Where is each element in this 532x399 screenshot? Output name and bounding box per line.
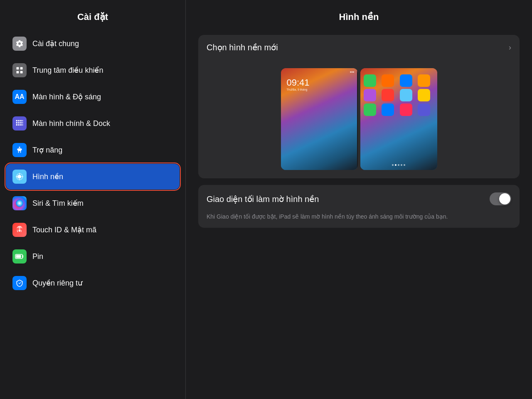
lock-screen-preview: 09:41 Thứ Ba, 9 tháng ●●● <box>281 68 358 170</box>
svg-rect-14 <box>20 124 22 126</box>
sidebar-item-accessibility-label: Trợ năng <box>32 145 62 155</box>
sidebar-item-general-label: Cài đặt chung <box>32 39 79 48</box>
app-container: Cài đặt Cài đặt chung <box>0 0 532 399</box>
sidebar-item-general[interactable]: Cài đặt chung <box>6 31 180 57</box>
sidebar-item-homescreen[interactable]: Màn hình chính & Dock <box>6 111 180 136</box>
sidebar-item-siri-label: Siri & Tìm kiếm <box>32 199 84 208</box>
dot-5 <box>404 164 405 166</box>
sidebar-item-privacy-label: Quyền riêng tư <box>32 278 82 288</box>
app-icon-11 <box>400 103 412 116</box>
dot-3 <box>398 164 399 166</box>
wallpaper-screens: 09:41 Thứ Ba, 9 tháng ●●● <box>281 68 437 170</box>
choose-wallpaper-row[interactable]: Chọn hình nền mới › <box>198 35 520 60</box>
app-icon-1 <box>364 74 376 87</box>
app-icon-2 <box>382 74 394 87</box>
dark-mode-toggle[interactable] <box>490 192 511 205</box>
dark-mode-label: Giao diện tối làm mờ hình nền <box>207 194 319 204</box>
gear-icon <box>12 37 27 51</box>
chevron-right-icon: › <box>509 43 511 52</box>
touchid-icon <box>12 223 27 237</box>
sidebar: Cài đặt Cài đặt chung <box>0 0 186 399</box>
accessibility-icon <box>12 143 27 157</box>
dot-4 <box>401 164 402 166</box>
svg-rect-7 <box>22 120 23 121</box>
wallpaper-preview: 09:41 Thứ Ba, 9 tháng ●●● <box>198 60 520 178</box>
lock-time: 09:41 <box>287 77 310 88</box>
sidebar-item-control-center[interactable]: Trung tâm điều khiển <box>6 57 180 83</box>
toggle-knob <box>499 193 510 204</box>
svg-point-16 <box>19 147 20 148</box>
svg-rect-10 <box>20 122 22 123</box>
app-icon-9 <box>364 103 376 116</box>
sidebar-item-battery[interactable]: Pin <box>6 244 180 269</box>
choose-wallpaper-card: Chọn hình nền mới › 09:41 Thứ Ba, 9 thán… <box>198 35 520 178</box>
sidebar-item-accessibility[interactable]: Trợ năng <box>6 137 180 163</box>
sidebar-list: Cài đặt chung Trung tâm điều khiển AA <box>0 31 185 399</box>
sidebar-item-homescreen-label: Màn hình chính & Dock <box>32 119 110 128</box>
main-content: Hình nền Chọn hình nền mới › 09:41 <box>186 0 532 399</box>
svg-rect-3 <box>20 71 23 74</box>
svg-rect-5 <box>18 120 20 121</box>
sidebar-item-privacy[interactable]: Quyền riêng tư <box>6 270 180 296</box>
home-screen-dots <box>360 164 437 166</box>
svg-rect-9 <box>18 122 20 123</box>
sidebar-item-touchid[interactable]: Touch ID & Mật mã <box>6 217 180 243</box>
dark-mode-card: Giao diện tối làm mờ hình nền Khi Giao d… <box>198 185 520 228</box>
display-icon: AA <box>12 90 27 104</box>
control-center-icon <box>12 63 27 77</box>
dot-1 <box>392 164 394 166</box>
sidebar-item-touchid-label: Touch ID & Mật mã <box>32 225 96 234</box>
home-screen-preview <box>360 68 437 170</box>
privacy-icon <box>12 276 27 290</box>
svg-rect-2 <box>17 71 19 74</box>
svg-rect-4 <box>16 120 17 121</box>
svg-rect-19 <box>16 255 21 258</box>
app-icon-12 <box>418 103 430 116</box>
content-body: Chọn hình nền mới › 09:41 Thứ Ba, 9 thán… <box>186 31 532 399</box>
battery-icon <box>12 249 27 264</box>
dark-mode-toggle-row: Giao diện tối làm mờ hình nền <box>198 185 520 213</box>
svg-rect-1 <box>20 67 23 70</box>
app-icon-10 <box>382 103 394 116</box>
sidebar-item-display[interactable]: AA Màn hình & Độ sáng <box>6 84 180 110</box>
svg-rect-11 <box>22 122 23 123</box>
sidebar-item-siri[interactable]: Siri & Tìm kiếm <box>6 190 180 216</box>
app-icon-8 <box>418 89 430 101</box>
dot-2 <box>395 164 397 166</box>
lock-date: Thứ Ba, 9 tháng <box>287 88 310 91</box>
sidebar-item-control-label: Trung tâm điều khiển <box>32 66 103 75</box>
sidebar-item-wallpaper-label: Hình nền <box>32 172 63 181</box>
sidebar-item-battery-label: Pin <box>32 252 43 261</box>
choose-wallpaper-label: Chọn hình nền mới <box>207 42 278 52</box>
svg-rect-12 <box>16 124 17 126</box>
svg-rect-8 <box>16 122 17 123</box>
homescreen-icon <box>12 116 27 131</box>
svg-rect-0 <box>17 67 19 70</box>
app-icon-6 <box>382 89 394 101</box>
svg-rect-15 <box>22 124 23 126</box>
app-icon-7 <box>400 89 412 101</box>
main-title: Hình nền <box>186 0 532 31</box>
dark-mode-description: Khi Giao diện tối được bật, iPad sẽ làm … <box>198 213 520 228</box>
sidebar-title: Cài đặt <box>0 0 185 31</box>
siri-icon <box>12 196 27 210</box>
sidebar-item-display-label: Màn hình & Độ sáng <box>32 92 101 101</box>
home-icon-grid <box>364 74 434 116</box>
app-icon-4 <box>418 74 430 87</box>
svg-rect-6 <box>20 120 22 121</box>
wallpaper-icon <box>12 170 27 184</box>
sidebar-item-wallpaper[interactable]: Hình nền <box>6 164 180 190</box>
app-icon-3 <box>400 74 412 87</box>
app-icon-5 <box>364 89 376 101</box>
svg-rect-13 <box>18 124 20 126</box>
